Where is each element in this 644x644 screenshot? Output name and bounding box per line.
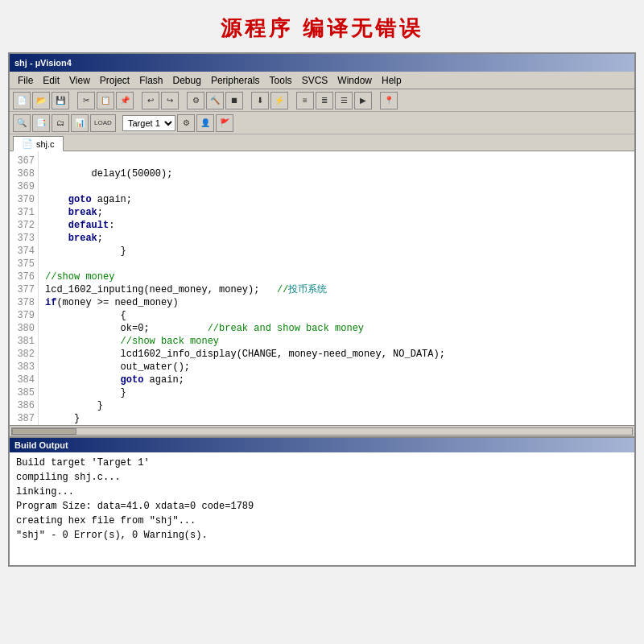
- build-line-5: creating hex file from "shj"...: [16, 514, 628, 528]
- ide-window: shj - µVision4 File Edit View Project Fl…: [8, 52, 636, 567]
- menu-bar: File Edit View Project Flash Debug Perip…: [10, 72, 634, 89]
- menu-view[interactable]: View: [64, 73, 95, 88]
- paste-button[interactable]: 📌: [116, 92, 134, 109]
- format-button[interactable]: ☰: [335, 92, 353, 109]
- menu-help[interactable]: Help: [377, 73, 407, 88]
- build-line-6: "shj" - 0 Error(s), 0 Warning(s).: [16, 528, 628, 543]
- build-line-4: Program Size: data=41.0 xdata=0 code=178…: [16, 499, 628, 514]
- tb2-load-btn[interactable]: LOAD: [90, 114, 116, 132]
- menu-project[interactable]: Project: [95, 73, 134, 88]
- target-dropdown: Target 1: [122, 115, 175, 131]
- menu-debug[interactable]: Debug: [168, 73, 206, 88]
- build-output-content: Build target 'Target 1' compiling shj.c.…: [10, 452, 634, 565]
- run-button[interactable]: ▶: [354, 92, 372, 109]
- file-tabs: 📄 shj.c: [10, 134, 634, 151]
- menu-svcs[interactable]: SVCS: [297, 73, 333, 88]
- target-select[interactable]: Target 1: [122, 115, 175, 131]
- file-tab-icon: 📄: [22, 138, 33, 149]
- menu-tools[interactable]: Tools: [265, 73, 297, 88]
- tb2-flag-btn[interactable]: 🚩: [216, 114, 233, 132]
- settings-button[interactable]: ⚡: [270, 92, 288, 109]
- title-bar-text: shj - µVision4: [14, 58, 72, 68]
- scrollbar-area: [10, 425, 634, 436]
- title-bar: shj - µVision4: [10, 54, 634, 72]
- rebuild-button[interactable]: 🔨: [206, 92, 224, 109]
- stop-button[interactable]: ⏹: [225, 92, 243, 109]
- build-line-3: linking...: [16, 485, 628, 499]
- line-numbers: 367 368 369 370 371 372 373 374 375 376 …: [10, 151, 39, 425]
- cut-button[interactable]: ✂: [77, 92, 95, 109]
- tb2-settings-btn[interactable]: ⚙: [177, 114, 195, 132]
- menu-window[interactable]: Window: [332, 73, 377, 88]
- copy-button[interactable]: 📋: [97, 92, 114, 109]
- download-button[interactable]: ⬇: [251, 92, 269, 109]
- menu-flash[interactable]: Flash: [134, 73, 167, 88]
- undo-button[interactable]: ↩: [142, 92, 159, 109]
- tb2-btn4[interactable]: 📊: [71, 114, 89, 132]
- build-line-1: Build target 'Target 1': [16, 456, 628, 470]
- build-output-panel: Build Output Build target 'Target 1' com…: [10, 436, 634, 565]
- outdent-button[interactable]: ≣: [316, 92, 333, 109]
- build-output-title: Build Output: [14, 440, 68, 450]
- menu-peripherals[interactable]: Peripherals: [206, 73, 265, 88]
- toolbar2: 🔍 📑 🗂 📊 LOAD Target 1 ⚙ 👤 🚩: [10, 112, 634, 134]
- menu-file[interactable]: File: [13, 73, 38, 88]
- code-content[interactable]: delay1(50000); goto again; break; defaul…: [39, 151, 634, 425]
- save-button[interactable]: 💾: [52, 92, 69, 109]
- tb2-person-btn[interactable]: 👤: [196, 114, 214, 132]
- menu-edit[interactable]: Edit: [38, 73, 64, 88]
- code-area: 367 368 369 370 371 372 373 374 375 376 …: [10, 151, 634, 425]
- page-title: 源程序 编译无错误: [0, 14, 644, 43]
- tb2-btn3[interactable]: 🗂: [52, 114, 69, 132]
- indent-button[interactable]: ≡: [296, 92, 314, 109]
- file-tab-shj[interactable]: 📄 shj.c: [13, 136, 64, 151]
- new-file-button[interactable]: 📄: [13, 92, 31, 109]
- page-title-area: 源程序 编译无错误: [0, 0, 644, 52]
- file-tab-label: shj.c: [36, 139, 55, 149]
- open-file-button[interactable]: 📂: [32, 92, 50, 109]
- toolbar1: 📄 📂 💾 ✂ 📋 📌 ↩ ↪ ⚙ 🔨 ⏹ ⬇ ⚡ ≡ ≣ ☰ ▶ 📍: [10, 89, 634, 112]
- h-scrollbar-thumb[interactable]: [12, 428, 76, 435]
- tb2-btn1[interactable]: 🔍: [13, 114, 31, 132]
- redo-button[interactable]: ↪: [161, 92, 179, 109]
- build-button[interactable]: ⚙: [187, 92, 204, 109]
- h-scrollbar[interactable]: [11, 427, 633, 436]
- tb2-btn2[interactable]: 📑: [32, 114, 50, 132]
- build-output-header: Build Output: [10, 438, 634, 452]
- build-line-2: compiling shj.c...: [16, 470, 628, 485]
- pin-button[interactable]: 📍: [380, 92, 398, 109]
